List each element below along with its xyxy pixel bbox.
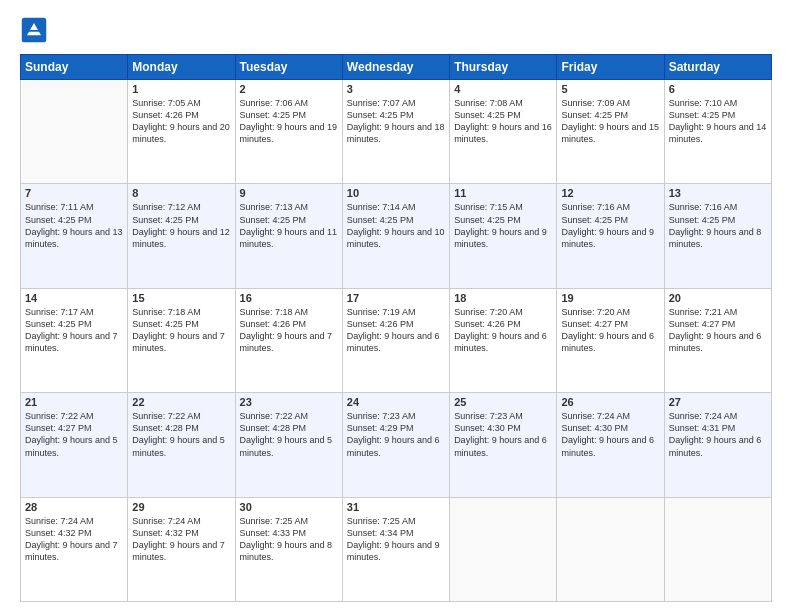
calendar-cell: 15Sunrise: 7:18 AMSunset: 4:25 PMDayligh… <box>128 288 235 392</box>
calendar-cell: 8Sunrise: 7:12 AMSunset: 4:25 PMDaylight… <box>128 184 235 288</box>
cell-info: Sunrise: 7:24 AMSunset: 4:30 PMDaylight:… <box>561 410 659 459</box>
day-number: 27 <box>669 396 767 408</box>
cell-info: Sunrise: 7:23 AMSunset: 4:29 PMDaylight:… <box>347 410 445 459</box>
day-number: 1 <box>132 83 230 95</box>
calendar-day-header: Wednesday <box>342 55 449 80</box>
calendar-cell: 9Sunrise: 7:13 AMSunset: 4:25 PMDaylight… <box>235 184 342 288</box>
cell-info: Sunrise: 7:11 AMSunset: 4:25 PMDaylight:… <box>25 201 123 250</box>
calendar-row: 1Sunrise: 7:05 AMSunset: 4:26 PMDaylight… <box>21 80 772 184</box>
calendar-cell <box>21 80 128 184</box>
calendar-cell: 18Sunrise: 7:20 AMSunset: 4:26 PMDayligh… <box>450 288 557 392</box>
day-number: 7 <box>25 187 123 199</box>
calendar-cell: 1Sunrise: 7:05 AMSunset: 4:26 PMDaylight… <box>128 80 235 184</box>
calendar-cell: 27Sunrise: 7:24 AMSunset: 4:31 PMDayligh… <box>664 393 771 497</box>
day-number: 15 <box>132 292 230 304</box>
calendar-table: SundayMondayTuesdayWednesdayThursdayFrid… <box>20 54 772 602</box>
calendar-cell: 11Sunrise: 7:15 AMSunset: 4:25 PMDayligh… <box>450 184 557 288</box>
day-number: 18 <box>454 292 552 304</box>
day-number: 10 <box>347 187 445 199</box>
cell-info: Sunrise: 7:24 AMSunset: 4:32 PMDaylight:… <box>132 515 230 564</box>
cell-info: Sunrise: 7:18 AMSunset: 4:26 PMDaylight:… <box>240 306 338 355</box>
day-number: 20 <box>669 292 767 304</box>
cell-info: Sunrise: 7:25 AMSunset: 4:33 PMDaylight:… <box>240 515 338 564</box>
svg-rect-2 <box>29 30 40 32</box>
cell-info: Sunrise: 7:14 AMSunset: 4:25 PMDaylight:… <box>347 201 445 250</box>
logo-icon <box>20 16 48 44</box>
calendar-cell: 22Sunrise: 7:22 AMSunset: 4:28 PMDayligh… <box>128 393 235 497</box>
calendar-cell: 3Sunrise: 7:07 AMSunset: 4:25 PMDaylight… <box>342 80 449 184</box>
calendar-cell: 26Sunrise: 7:24 AMSunset: 4:30 PMDayligh… <box>557 393 664 497</box>
cell-info: Sunrise: 7:24 AMSunset: 4:32 PMDaylight:… <box>25 515 123 564</box>
cell-info: Sunrise: 7:22 AMSunset: 4:28 PMDaylight:… <box>240 410 338 459</box>
calendar-row: 14Sunrise: 7:17 AMSunset: 4:25 PMDayligh… <box>21 288 772 392</box>
day-number: 2 <box>240 83 338 95</box>
calendar-cell: 14Sunrise: 7:17 AMSunset: 4:25 PMDayligh… <box>21 288 128 392</box>
calendar-cell: 16Sunrise: 7:18 AMSunset: 4:26 PMDayligh… <box>235 288 342 392</box>
day-number: 24 <box>347 396 445 408</box>
cell-info: Sunrise: 7:09 AMSunset: 4:25 PMDaylight:… <box>561 97 659 146</box>
day-number: 17 <box>347 292 445 304</box>
cell-info: Sunrise: 7:06 AMSunset: 4:25 PMDaylight:… <box>240 97 338 146</box>
day-number: 3 <box>347 83 445 95</box>
calendar-header-row: SundayMondayTuesdayWednesdayThursdayFrid… <box>21 55 772 80</box>
calendar-cell: 13Sunrise: 7:16 AMSunset: 4:25 PMDayligh… <box>664 184 771 288</box>
day-number: 29 <box>132 501 230 513</box>
day-number: 6 <box>669 83 767 95</box>
day-number: 19 <box>561 292 659 304</box>
logo <box>20 16 52 44</box>
calendar-cell: 21Sunrise: 7:22 AMSunset: 4:27 PMDayligh… <box>21 393 128 497</box>
cell-info: Sunrise: 7:24 AMSunset: 4:31 PMDaylight:… <box>669 410 767 459</box>
header <box>20 16 772 44</box>
calendar-row: 28Sunrise: 7:24 AMSunset: 4:32 PMDayligh… <box>21 497 772 601</box>
calendar-cell: 10Sunrise: 7:14 AMSunset: 4:25 PMDayligh… <box>342 184 449 288</box>
cell-info: Sunrise: 7:16 AMSunset: 4:25 PMDaylight:… <box>561 201 659 250</box>
calendar-day-header: Friday <box>557 55 664 80</box>
day-number: 30 <box>240 501 338 513</box>
calendar-cell: 25Sunrise: 7:23 AMSunset: 4:30 PMDayligh… <box>450 393 557 497</box>
cell-info: Sunrise: 7:22 AMSunset: 4:27 PMDaylight:… <box>25 410 123 459</box>
calendar-cell: 20Sunrise: 7:21 AMSunset: 4:27 PMDayligh… <box>664 288 771 392</box>
calendar-row: 7Sunrise: 7:11 AMSunset: 4:25 PMDaylight… <box>21 184 772 288</box>
cell-info: Sunrise: 7:17 AMSunset: 4:25 PMDaylight:… <box>25 306 123 355</box>
cell-info: Sunrise: 7:21 AMSunset: 4:27 PMDaylight:… <box>669 306 767 355</box>
calendar-day-header: Tuesday <box>235 55 342 80</box>
day-number: 22 <box>132 396 230 408</box>
cell-info: Sunrise: 7:07 AMSunset: 4:25 PMDaylight:… <box>347 97 445 146</box>
calendar-cell: 12Sunrise: 7:16 AMSunset: 4:25 PMDayligh… <box>557 184 664 288</box>
calendar-cell <box>557 497 664 601</box>
day-number: 23 <box>240 396 338 408</box>
calendar-cell: 31Sunrise: 7:25 AMSunset: 4:34 PMDayligh… <box>342 497 449 601</box>
calendar-day-header: Monday <box>128 55 235 80</box>
calendar-cell: 30Sunrise: 7:25 AMSunset: 4:33 PMDayligh… <box>235 497 342 601</box>
cell-info: Sunrise: 7:22 AMSunset: 4:28 PMDaylight:… <box>132 410 230 459</box>
calendar-day-header: Sunday <box>21 55 128 80</box>
calendar-cell: 29Sunrise: 7:24 AMSunset: 4:32 PMDayligh… <box>128 497 235 601</box>
calendar-cell: 7Sunrise: 7:11 AMSunset: 4:25 PMDaylight… <box>21 184 128 288</box>
calendar-cell <box>450 497 557 601</box>
cell-info: Sunrise: 7:10 AMSunset: 4:25 PMDaylight:… <box>669 97 767 146</box>
day-number: 31 <box>347 501 445 513</box>
cell-info: Sunrise: 7:16 AMSunset: 4:25 PMDaylight:… <box>669 201 767 250</box>
calendar-cell: 17Sunrise: 7:19 AMSunset: 4:26 PMDayligh… <box>342 288 449 392</box>
cell-info: Sunrise: 7:13 AMSunset: 4:25 PMDaylight:… <box>240 201 338 250</box>
calendar-cell: 2Sunrise: 7:06 AMSunset: 4:25 PMDaylight… <box>235 80 342 184</box>
day-number: 13 <box>669 187 767 199</box>
day-number: 12 <box>561 187 659 199</box>
cell-info: Sunrise: 7:23 AMSunset: 4:30 PMDaylight:… <box>454 410 552 459</box>
calendar-day-header: Thursday <box>450 55 557 80</box>
cell-info: Sunrise: 7:18 AMSunset: 4:25 PMDaylight:… <box>132 306 230 355</box>
calendar-cell: 5Sunrise: 7:09 AMSunset: 4:25 PMDaylight… <box>557 80 664 184</box>
cell-info: Sunrise: 7:12 AMSunset: 4:25 PMDaylight:… <box>132 201 230 250</box>
day-number: 25 <box>454 396 552 408</box>
cell-info: Sunrise: 7:15 AMSunset: 4:25 PMDaylight:… <box>454 201 552 250</box>
calendar-cell: 28Sunrise: 7:24 AMSunset: 4:32 PMDayligh… <box>21 497 128 601</box>
calendar-row: 21Sunrise: 7:22 AMSunset: 4:27 PMDayligh… <box>21 393 772 497</box>
cell-info: Sunrise: 7:20 AMSunset: 4:26 PMDaylight:… <box>454 306 552 355</box>
day-number: 4 <box>454 83 552 95</box>
day-number: 16 <box>240 292 338 304</box>
day-number: 9 <box>240 187 338 199</box>
day-number: 14 <box>25 292 123 304</box>
page: SundayMondayTuesdayWednesdayThursdayFrid… <box>0 0 792 612</box>
day-number: 11 <box>454 187 552 199</box>
day-number: 21 <box>25 396 123 408</box>
